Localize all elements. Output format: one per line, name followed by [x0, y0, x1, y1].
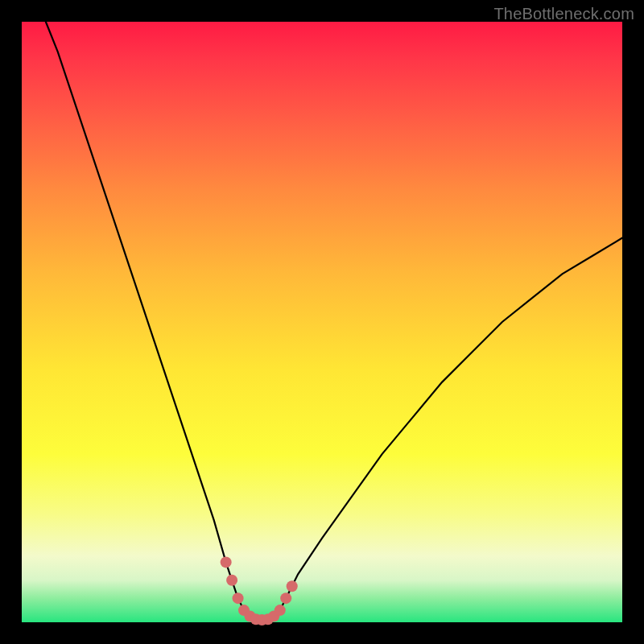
chart-stage: TheBottleneck.com	[0, 0, 644, 644]
chart-svg	[22, 22, 622, 622]
marker-dot	[280, 592, 291, 604]
bottom-markers	[221, 556, 298, 625]
plot-area	[22, 22, 622, 622]
marker-dot	[233, 592, 244, 604]
bottleneck-curve	[46, 22, 622, 620]
marker-dot	[221, 556, 232, 568]
marker-dot	[275, 605, 286, 616]
marker-dot	[287, 580, 298, 592]
watermark-text: TheBottleneck.com	[493, 5, 634, 23]
marker-dot	[226, 575, 237, 586]
